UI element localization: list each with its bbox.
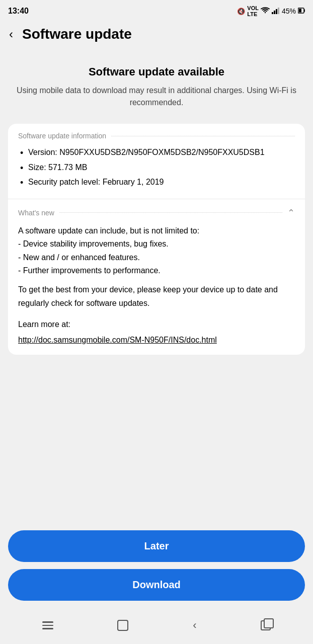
battery-icon [298, 7, 305, 16]
section-dots-2 [59, 212, 282, 213]
buttons-section: Later Download [0, 525, 313, 611]
whats-new-item-2: - New and / or enhanced features. [18, 251, 295, 264]
whats-new-item-1: - Device stability improvements, bug fix… [18, 237, 295, 251]
learn-more: Learn more at: http://doc.samsungmobile.… [18, 318, 295, 347]
update-title: Software update available [10, 65, 303, 78]
page-header: ‹ Software update [0, 20, 313, 50]
svg-rect-2 [276, 9, 277, 14]
later-button[interactable]: Later [8, 530, 305, 562]
whats-new-intro: A software update can include, but is no… [18, 224, 295, 237]
update-subtitle: Using mobile data to download may result… [10, 85, 303, 109]
main-content: Software update information Version: N95… [0, 124, 313, 525]
whats-new-label: What's new [18, 209, 54, 217]
whats-new-footer: To get the best from your device, please… [18, 283, 295, 310]
svg-rect-1 [274, 11, 275, 14]
svg-rect-0 [272, 12, 273, 14]
nav-home-button[interactable] [117, 620, 128, 631]
download-button[interactable]: Download [8, 569, 305, 601]
whats-new-collapse-button[interactable]: ⌃ [287, 207, 295, 218]
svg-rect-5 [304, 9, 305, 12]
vol-lte-icon: VOLLTE [247, 5, 259, 17]
info-item-version: Version: N950FXXU5DSB2/N950FOXM5DSB2/N95… [18, 146, 295, 159]
learn-more-link[interactable]: http://doc.samsungmobile.com/SM-N950F/IN… [18, 336, 217, 344]
software-info-section: Software update information Version: N95… [8, 124, 305, 199]
section-dots-1 [111, 136, 295, 136]
whats-new-header: What's new ⌃ [18, 207, 295, 218]
nav-menu-button[interactable] [42, 621, 53, 629]
status-icons: 🔇 VOLLTE 45% [237, 5, 305, 17]
nav-bar: ‹ [0, 611, 313, 644]
mute-icon: 🔇 [237, 8, 245, 15]
learn-more-label: Learn more at: [18, 318, 295, 331]
whats-new-item-3: - Further improvements to performance. [18, 264, 295, 277]
svg-rect-3 [278, 8, 279, 14]
battery-indicator: 45% [282, 7, 296, 15]
nav-apps-button[interactable] [261, 620, 271, 630]
software-info-header: Software update information [18, 132, 295, 140]
wifi-icon [261, 7, 270, 16]
signal-icon [272, 7, 280, 16]
software-info-list: Version: N950FXXU5DSB2/N950FOXM5DSB2/N95… [18, 146, 295, 189]
update-available-section: Software update available Using mobile d… [0, 50, 313, 124]
back-button[interactable]: ‹ [5, 25, 17, 43]
info-item-security: Security patch level: February 1, 2019 [18, 176, 295, 189]
software-info-label: Software update information [18, 132, 106, 140]
page-title: Software update [22, 26, 132, 42]
svg-rect-6 [299, 9, 302, 12]
info-card: Software update information Version: N95… [8, 124, 305, 355]
nav-back-button[interactable]: ‹ [193, 619, 196, 632]
status-time: 13:40 [8, 7, 29, 16]
whats-new-section: What's new ⌃ A software update can inclu… [8, 199, 305, 355]
status-bar: 13:40 🔇 VOLLTE 45% [0, 0, 313, 20]
whats-new-body: A software update can include, but is no… [18, 224, 295, 347]
info-item-size: Size: 571.73 MB [18, 161, 295, 174]
